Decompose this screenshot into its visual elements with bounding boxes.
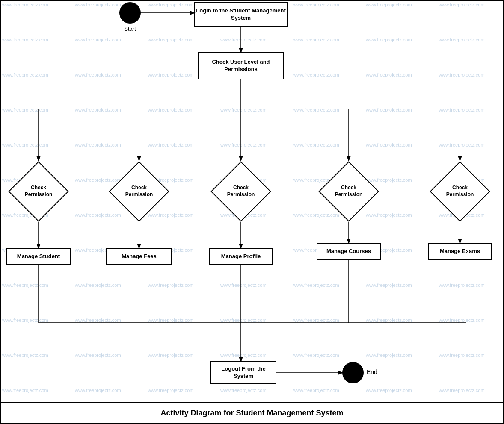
manage-student-box: Manage Student [6, 248, 71, 265]
login-box: Login to the Student Management System [194, 2, 288, 27]
diamond3-wrapper: CheckPermission [209, 160, 273, 222]
diagram: Start Login to the Student Management Sy… [0, 0, 504, 424]
manage-exams-box: Manage Exams [428, 243, 492, 260]
diamond1-wrapper: CheckPermission [6, 160, 71, 222]
check-permissions-box: Check User Level and Permissions [198, 52, 284, 80]
manage-courses-box: Manage Courses [317, 243, 381, 260]
diamond5-wrapper: CheckPermission [428, 160, 492, 222]
end-label: End [367, 368, 377, 375]
start-label: Start [119, 26, 141, 32]
start-circle [119, 2, 141, 24]
manage-fees-box: Manage Fees [106, 248, 172, 265]
end-circle [342, 362, 364, 383]
diagram-title: Activity Diagram for Student Management … [0, 402, 504, 424]
diamond2-wrapper: CheckPermission [106, 160, 172, 222]
diamond4-wrapper: CheckPermission [317, 160, 381, 222]
manage-profile-box: Manage Profile [209, 248, 273, 265]
logout-box: Logout From the System [210, 361, 276, 384]
